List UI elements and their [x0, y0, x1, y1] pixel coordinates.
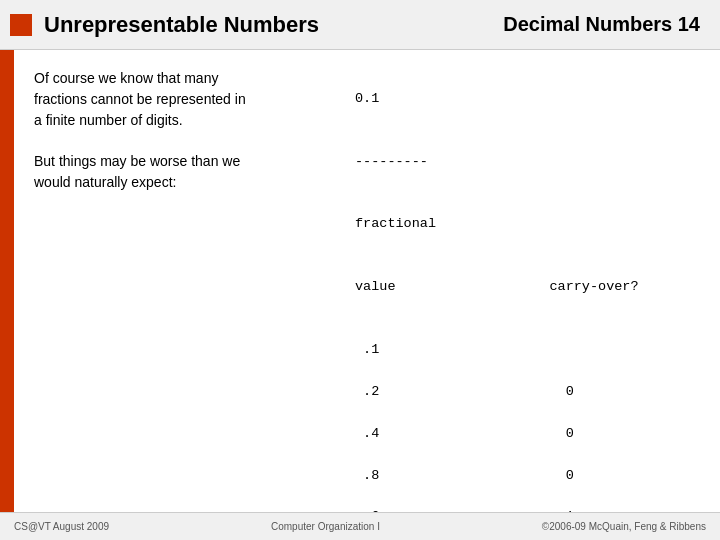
- footer-left: CS@VT August 2009: [14, 521, 109, 532]
- col-header1: fractional: [355, 216, 436, 231]
- paragraph-fractions: Of course we know that many fractions ca…: [34, 68, 254, 131]
- header: Unrepresentable Numbers Decimal Numbers …: [0, 0, 720, 50]
- code-block: 0.1 --------- fractional value carry-ove…: [274, 68, 700, 512]
- right-panel: 0.1 --------- fractional value carry-ove…: [274, 68, 700, 502]
- slide-title: Unrepresentable Numbers: [44, 12, 503, 38]
- col-header2: value carry-over?: [355, 279, 639, 294]
- left-accent-bar: [0, 50, 14, 512]
- slide-subtitle: Decimal Numbers 14: [503, 13, 700, 36]
- paragraph-worse: But things may be worse than we would na…: [34, 151, 254, 193]
- init-value: 0.1: [355, 91, 379, 106]
- row-2-value: .2 0: [355, 384, 574, 399]
- header-accent-block: [10, 14, 32, 36]
- footer: CS@VT August 2009 Computer Organization …: [0, 512, 720, 540]
- footer-right: ©2006-09 McQuain, Feng & Ribbens: [542, 521, 706, 532]
- row-1-value: .1: [355, 342, 379, 357]
- left-panel: Of course we know that many fractions ca…: [34, 68, 254, 502]
- row-3-value: .4 0: [355, 426, 574, 441]
- footer-center: Computer Organization I: [109, 521, 542, 532]
- main-content: Of course we know that many fractions ca…: [14, 50, 720, 512]
- slide: Unrepresentable Numbers Decimal Numbers …: [0, 0, 720, 540]
- divider: ---------: [355, 154, 428, 169]
- content-area: Of course we know that many fractions ca…: [0, 50, 720, 512]
- row-4-value: .8 0: [355, 468, 574, 483]
